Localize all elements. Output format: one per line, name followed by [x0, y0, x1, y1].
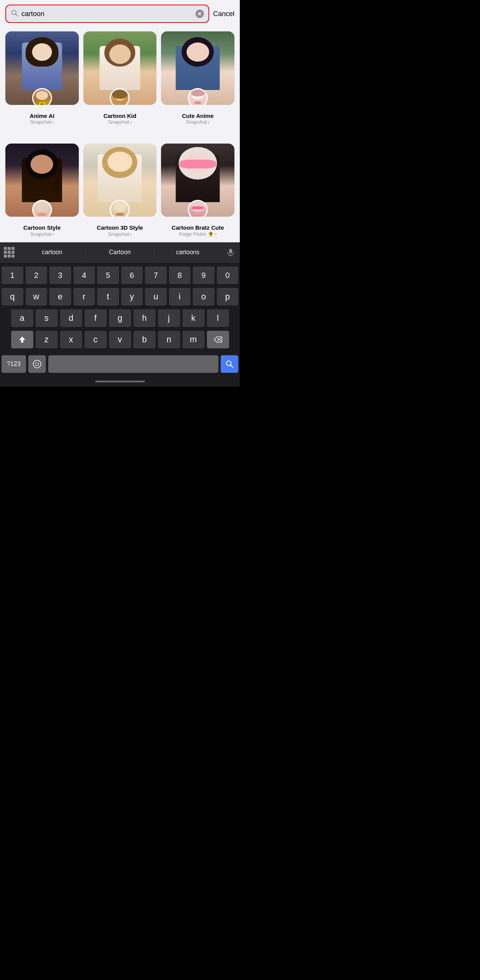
filter-avatar-cartoon-style	[32, 200, 52, 217]
filter-item-anime-ai[interactable]: AI Anime AI Snapchat	[5, 31, 79, 125]
shift-key[interactable]	[11, 331, 33, 348]
key-w[interactable]: w	[26, 288, 47, 305]
filter-source-cartoon-bratz-cute: Paige Piskin 🌻	[179, 231, 216, 237]
keyboard-row-zxcv: z x c v b n m	[2, 331, 238, 348]
key-x[interactable]: x	[60, 331, 82, 348]
key-7[interactable]: 7	[145, 266, 167, 284]
filter-avatar-cartoon-kid	[110, 88, 130, 105]
symbols-key[interactable]: ?123	[2, 355, 26, 373]
filter-item-cute-anime[interactable]: Cute Anime Snapchat	[161, 31, 234, 125]
filter-source-cute-anime: Snapchat	[186, 119, 210, 125]
key-b[interactable]: b	[133, 331, 156, 348]
suggestion-item-2[interactable]: Cartoon	[86, 247, 154, 257]
svg-point-7	[35, 363, 36, 364]
key-9[interactable]: 9	[193, 266, 215, 284]
key-u[interactable]: u	[145, 288, 167, 305]
key-d[interactable]: d	[60, 309, 82, 327]
svg-point-6	[33, 360, 41, 368]
filter-source-anime-ai: Snapchat	[30, 119, 54, 125]
key-k[interactable]: k	[182, 309, 205, 327]
key-p[interactable]: p	[217, 288, 239, 305]
key-2[interactable]: 2	[26, 266, 47, 284]
autocomplete-bar: cartoon Cartoon cartoons	[0, 242, 240, 263]
filter-source-cartoon-style: Snapchat	[30, 231, 54, 237]
keyboard-row-qwerty: q w e r t y u i o p	[2, 288, 238, 305]
key-e[interactable]: e	[49, 288, 71, 305]
key-r[interactable]: r	[73, 288, 95, 305]
filter-avatar-anime-ai: AI	[32, 88, 52, 105]
filter-thumbnail-cartoon-style	[5, 144, 79, 217]
key-8[interactable]: 8	[169, 266, 191, 284]
key-f[interactable]: f	[85, 309, 107, 327]
filter-item-cartoon-3d-style[interactable]: Cartoon 3D Style Snapchat	[83, 144, 157, 237]
key-a[interactable]: a	[11, 309, 33, 327]
svg-line-1	[16, 14, 18, 16]
key-0[interactable]: 0	[217, 266, 239, 284]
suggestion-item-3[interactable]: cartoons	[154, 247, 221, 257]
key-o[interactable]: o	[193, 288, 215, 305]
cancel-button[interactable]: Cancel	[213, 10, 234, 18]
keyboard-row-asdf: a s d f g h j k l	[2, 309, 238, 327]
autocomplete-suggestions: cartoon Cartoon cartoons	[18, 247, 221, 257]
filter-avatar-cartoon-3d-style	[110, 200, 130, 217]
filter-source-cartoon-kid: Snapchat	[108, 119, 132, 125]
filter-item-cartoon-bratz-cute[interactable]: Cartoon Bratz Cute Paige Piskin 🌻	[161, 144, 234, 237]
search-icon	[11, 9, 18, 18]
filter-avatar-cartoon-bratz-cute	[188, 200, 208, 217]
key-s[interactable]: s	[36, 309, 58, 327]
svg-line-10	[231, 365, 233, 368]
keyboard-area: cartoon Cartoon cartoons 1 2 3 4 5	[0, 242, 240, 387]
filter-thumbnail-cute-anime	[161, 31, 234, 105]
key-m[interactable]: m	[182, 331, 205, 348]
keyboard-search-key[interactable]	[221, 355, 238, 373]
search-bar-area: cartoon Cancel	[0, 0, 240, 28]
key-j[interactable]: j	[158, 309, 180, 327]
svg-point-8	[37, 363, 39, 364]
space-key[interactable]	[48, 355, 218, 373]
key-g[interactable]: g	[109, 309, 131, 327]
filter-name-anime-ai: Anime AI	[30, 113, 54, 119]
section-gap	[0, 131, 240, 140]
mic-button[interactable]	[221, 245, 240, 259]
key-4[interactable]: 4	[73, 266, 95, 284]
key-i[interactable]: i	[169, 288, 191, 305]
filter-thumbnail-anime-ai: AI	[5, 31, 79, 105]
key-y[interactable]: y	[121, 288, 143, 305]
key-n[interactable]: n	[158, 331, 180, 348]
keyboard-row-numbers: 1 2 3 4 5 6 7 8 9 0	[2, 266, 238, 284]
keyboard-rows: 1 2 3 4 5 6 7 8 9 0 q w e r t y u i	[0, 263, 240, 354]
suggestion-item-1[interactable]: cartoon	[18, 247, 86, 257]
filter-item-cartoon-kid[interactable]: Cartoon Kid Snapchat	[83, 31, 157, 125]
key-c[interactable]: c	[85, 331, 107, 348]
backspace-key[interactable]	[207, 331, 229, 348]
filter-name-cartoon-style: Cartoon Style	[23, 224, 61, 231]
grid-icon	[4, 247, 15, 258]
search-input[interactable]: cartoon	[21, 10, 192, 18]
clear-button[interactable]	[195, 10, 204, 18]
key-v[interactable]: v	[109, 331, 131, 348]
filter-name-cartoon-3d-style: Cartoon 3D Style	[97, 224, 143, 231]
key-3[interactable]: 3	[49, 266, 71, 284]
filter-source-cartoon-3d-style: Snapchat	[108, 231, 132, 237]
key-l[interactable]: l	[207, 309, 229, 327]
key-q[interactable]: q	[2, 288, 23, 305]
emoji-key[interactable]	[28, 355, 46, 373]
home-indicator-area	[0, 376, 240, 387]
autocomplete-grid-button[interactable]	[0, 245, 18, 259]
key-5[interactable]: 5	[97, 266, 119, 284]
keyboard-bottom-row: ?123	[0, 354, 240, 376]
key-h[interactable]: h	[133, 309, 156, 327]
filter-thumbnail-cartoon-kid	[83, 31, 157, 105]
key-6[interactable]: 6	[121, 266, 143, 284]
filter-name-cartoon-bratz-cute: Cartoon Bratz Cute	[172, 224, 224, 231]
home-indicator	[95, 381, 145, 382]
filter-thumbnail-cartoon-bratz-cute	[161, 144, 234, 217]
key-1[interactable]: 1	[2, 266, 23, 284]
filter-grid-row1: AI Anime AI Snapchat	[0, 28, 240, 131]
key-z[interactable]: z	[36, 331, 58, 348]
search-input-wrapper[interactable]: cartoon	[5, 5, 209, 23]
filter-avatar-cute-anime	[188, 88, 208, 105]
key-t[interactable]: t	[97, 288, 119, 305]
filter-item-cartoon-style[interactable]: Cartoon Style Snapchat	[5, 144, 79, 237]
filter-name-cute-anime: Cute Anime	[182, 113, 214, 119]
